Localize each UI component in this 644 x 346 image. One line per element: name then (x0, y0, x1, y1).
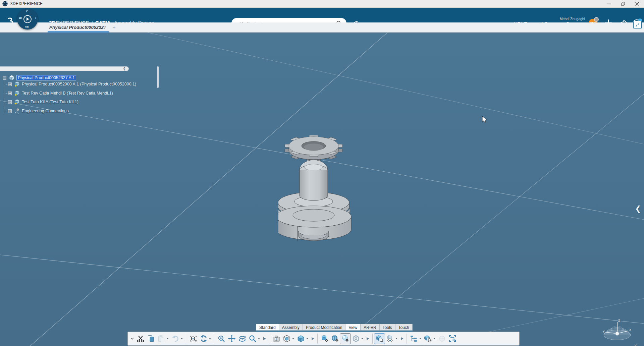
expand-node-toggle[interactable] (8, 82, 12, 86)
expand-node-toggle[interactable] (8, 109, 12, 113)
view-search-button-dropdown[interactable] (258, 338, 260, 339)
tree-node-row: Engineering Connections (8, 107, 69, 115)
chevron-down-icon (130, 337, 134, 341)
tree-node-label[interactable]: Engineering Connections (22, 109, 69, 113)
view-search-button[interactable] (247, 334, 258, 344)
play-icon (311, 337, 315, 341)
select-mode-button[interactable] (374, 334, 385, 344)
hide-show-button[interactable] (385, 334, 395, 344)
exit-fullscreen-button[interactable] (633, 21, 642, 29)
action-toolbar (127, 332, 520, 346)
pencil-icon[interactable] (625, 343, 639, 346)
tree-scrollbar[interactable] (157, 66, 159, 88)
scissors-icon (137, 335, 145, 343)
session-options-button[interactable] (340, 334, 351, 344)
ribbon-tab-touch[interactable]: Touch (395, 324, 413, 331)
expand-node-toggle[interactable] (8, 100, 12, 104)
update-button-dropdown[interactable] (209, 338, 211, 339)
undo-button-dropdown[interactable] (181, 338, 183, 339)
3d-viewport[interactable]: ❮ Physical Product00052327 A.1 Physical … (0, 33, 644, 346)
app-sphere-icon (2, 1, 8, 7)
minimize-button[interactable] (602, 0, 616, 8)
tree-node-label[interactable]: Test Rev Catia Mehdi B (Test Rev Catia M… (22, 91, 113, 96)
ribbon-tab-product-modification[interactable]: Product Modification (303, 324, 345, 331)
document-tab-bar: Physical Product00052327 + (0, 22, 644, 33)
ribbon-tab-view[interactable]: View (345, 324, 360, 331)
active-tab-underline (48, 31, 109, 33)
object-pick-button-dropdown[interactable] (433, 338, 435, 339)
assembly-3d-model (278, 117, 362, 245)
axis-z-label: Z (618, 319, 620, 322)
expand-right-panel-chevron[interactable]: ❮ (635, 205, 641, 213)
rotate-button[interactable] (237, 334, 247, 344)
new-tab-button[interactable]: + (111, 22, 117, 33)
3d-compass[interactable]: 3D V.R Y i (17, 9, 38, 30)
flyout-view-more[interactable] (261, 334, 267, 344)
doc-tab-label: Physical Product0005232 (49, 25, 104, 30)
cut-button[interactable] (135, 334, 146, 344)
toolbar-separator (269, 334, 269, 344)
toolbar-collapse-button[interactable] (129, 334, 135, 344)
structure-browser-button[interactable] (447, 334, 458, 344)
cube-cursor-icon (424, 335, 432, 343)
update-button[interactable] (198, 334, 209, 344)
zoom-area-button[interactable] (188, 334, 198, 344)
close-button[interactable] (630, 0, 644, 8)
ribbon-tab-ar-vr[interactable]: AR-VR (360, 324, 379, 331)
zoom-icon (217, 335, 225, 343)
tree-options-button-dropdown[interactable] (419, 338, 421, 339)
render-style-button-dropdown[interactable] (306, 338, 308, 339)
object-pick-button[interactable] (423, 334, 433, 344)
ribbon-tab-standard[interactable]: Standard (256, 324, 279, 331)
render-style-button[interactable] (296, 334, 306, 344)
collab-spaces-button[interactable] (330, 334, 340, 344)
product-icon (14, 99, 20, 105)
pan-button[interactable] (226, 334, 237, 344)
manage-data-button[interactable] (319, 334, 330, 344)
pan-icon (228, 335, 236, 343)
ribbon-tab-strip: StandardAssemblyProduct ModificationView… (256, 324, 413, 331)
shaded-cube-icon (297, 335, 305, 343)
flyout-select-more[interactable] (399, 334, 405, 344)
flyout-data-more[interactable] (365, 334, 371, 344)
preferences-button[interactable] (351, 334, 361, 344)
collapse-left-icon[interactable]: ❮ (123, 67, 126, 70)
tree-toolbar-strip[interactable]: ❮ (0, 66, 129, 71)
play-icon (400, 337, 404, 341)
paste-button-dropdown[interactable] (167, 338, 169, 339)
axis-x-label: X (629, 328, 631, 332)
play-icon (26, 17, 29, 21)
zoom-button[interactable] (216, 334, 226, 344)
tree-node-label[interactable]: Test Tuto Kil A (Test Tuto Kil.1) (22, 100, 78, 104)
preferences-button-dropdown[interactable] (361, 338, 363, 339)
copy-icon (147, 335, 155, 343)
compass-north-label: Y (26, 10, 28, 13)
copy-button[interactable] (146, 334, 156, 344)
tree-root-label[interactable]: Physical Product00052327 A.1 (16, 75, 76, 80)
capture-button[interactable] (271, 334, 281, 344)
toolbar-separator (372, 334, 373, 344)
view-axis-robot[interactable]: Z X Y (599, 318, 636, 345)
presence-badge (594, 17, 599, 22)
tree-connector (5, 80, 5, 113)
paste-button (156, 334, 166, 344)
structure-brackets-icon (448, 335, 457, 343)
tree-options-button[interactable] (409, 334, 419, 344)
iso-view-button[interactable] (281, 334, 292, 344)
collapse-node-toggle[interactable] (3, 76, 6, 80)
iso-view-button-dropdown[interactable] (292, 338, 294, 339)
restore-button[interactable] (616, 0, 630, 8)
engineering-connections-icon (14, 108, 20, 114)
flyout-render-more[interactable] (310, 334, 316, 344)
iso-cube-icon (283, 335, 291, 343)
ribbon-tab-tools[interactable]: Tools (379, 324, 395, 331)
hide-show-button-dropdown[interactable] (395, 338, 397, 339)
ribbon-tab-assembly[interactable]: Assembly (279, 324, 303, 331)
cube-cursor-icon (376, 335, 384, 343)
cube-eye-icon (386, 335, 394, 343)
doc-tab-label-cursor-char: 7 (104, 25, 106, 30)
tree-node-label[interactable]: Physical Product00052000 A.1 (Physical P… (22, 82, 136, 86)
ghost-icon (438, 335, 446, 343)
expand-node-toggle[interactable] (8, 92, 12, 95)
toolbar-separator (214, 334, 214, 344)
